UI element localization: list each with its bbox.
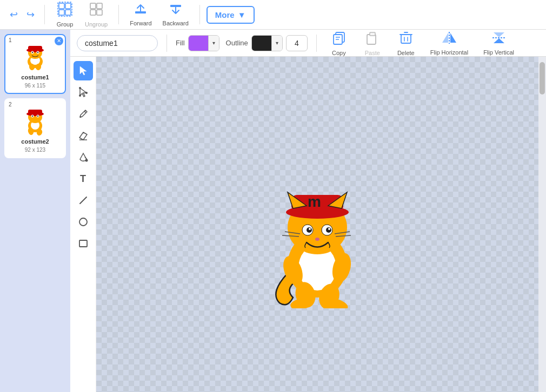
costume-thumb-svg-2 [19,104,51,136]
svg-point-19 [32,51,33,52]
costume-item-1[interactable]: 1 ✕ [4,34,66,94]
eraser-tool-button[interactable] [74,126,93,145]
svg-rect-8 [97,10,102,15]
group-icon [57,2,72,20]
fill-tool-button[interactable] [74,147,93,167]
brush-tool-button[interactable] [74,104,93,124]
flip-vertical-button[interactable]: Flip Vertical [479,30,518,58]
svg-rect-10 [170,5,181,7]
tools-sidebar: T [70,57,96,392]
costume-close-1[interactable]: ✕ [55,37,63,45]
svg-rect-40 [401,35,411,43]
ungroup-button[interactable]: Ungroup [81,0,112,30]
rectangle-icon [78,238,89,249]
svg-marker-46 [450,33,456,43]
fill-color-button[interactable]: ▾ [188,35,219,51]
undo-button[interactable]: ↩ [6,5,21,24]
svg-point-60 [79,218,87,226]
costume-name-input[interactable] [77,35,158,51]
svg-rect-7 [90,10,96,15]
pointer-tool-button[interactable] [74,83,93,102]
brush-icon [78,109,89,119]
fill-label: Fill [176,39,185,47]
text-icon: T [80,173,86,185]
svg-point-55 [79,116,81,118]
canvas-background: m [96,57,538,392]
circle-icon [78,217,89,227]
costume-label-1: costume1 [21,74,49,80]
fill-dropdown-icon[interactable]: ▾ [208,35,219,51]
flip-h-icon [441,31,458,48]
canvas-area[interactable]: m [96,57,538,392]
scratch-cat-svg: m [258,152,377,308]
delete-button[interactable]: Delete [392,30,420,58]
outline-value: 4 [286,35,308,51]
svg-rect-0 [59,3,64,9]
costume-size-2: 92 x 123 [25,147,45,153]
costume-size-1: 96 x 115 [25,83,45,89]
copy-label: Copy [332,50,346,56]
divider-edit [316,35,317,52]
text-tool-button[interactable]: T [74,169,93,188]
group-button[interactable]: Group [51,0,78,30]
delete-label: Delete [397,50,415,56]
redo-button[interactable]: ↪ [23,5,38,24]
svg-rect-4 [58,2,72,16]
scrollbar-thumb[interactable] [540,62,545,94]
fill-color-swatch [189,35,208,51]
svg-rect-2 [59,10,64,15]
flip-h-label: Flip Horizontal [430,49,468,56]
svg-point-53 [85,92,88,94]
svg-line-54 [84,111,86,113]
svg-rect-5 [90,3,96,9]
outline-dropdown-icon[interactable]: ▾ [271,35,282,51]
forward-icon [133,3,148,19]
flip-horizontal-button[interactable]: Flip Horizontal [426,30,472,58]
rectangle-tool-button[interactable] [74,234,93,253]
copy-button[interactable]: Copy [325,30,352,58]
outline-color-button[interactable]: ▾ [251,35,283,51]
svg-rect-39 [370,32,375,36]
svg-point-31 [37,116,38,117]
select-tool-button[interactable] [74,61,93,80]
circle-tool-button[interactable] [74,212,93,232]
outline-section: Outline ▾ 4 [226,35,308,51]
svg-point-83 [309,228,311,230]
outline-color-swatch [252,35,271,51]
paste-button[interactable]: Paste [359,30,386,58]
group-label: Group [57,21,74,28]
backward-icon [168,3,183,19]
svg-rect-6 [97,3,102,9]
svg-line-59 [80,197,86,204]
svg-rect-61 [79,240,87,247]
forward-button[interactable]: Forward [125,1,156,29]
canvas-row: T [70,57,546,392]
canvas-scrollbar[interactable] [538,57,546,392]
line-icon [78,195,89,206]
delete-icon [398,30,414,49]
copy-icon [331,30,347,49]
more-button[interactable]: More ▼ [207,6,255,24]
fill-icon [78,152,89,163]
content-row: 1 ✕ [0,30,546,392]
outline-label: Outline [226,39,248,47]
divider-3 [199,5,200,24]
costume-panel: 1 ✕ [0,30,70,392]
svg-point-85 [315,238,319,241]
divider-1 [44,5,45,24]
svg-point-57 [85,159,88,162]
more-chevron-icon: ▼ [238,10,246,19]
backward-button[interactable]: Backward [158,1,193,29]
costume-thumb-svg-1 [19,41,51,71]
divider-2 [118,5,119,24]
costume-item-2[interactable]: 2 [4,98,66,158]
svg-marker-49 [494,38,504,43]
pointer-icon [78,87,89,98]
canvas-content: m [96,57,538,392]
line-tool-button[interactable] [74,191,93,210]
svg-text:m: m [308,193,321,210]
svg-point-27 [26,112,44,116]
secondary-toolbar: Fill ▾ Outline ▾ 4 [70,30,546,57]
svg-point-30 [32,116,33,117]
svg-point-51 [79,87,81,89]
